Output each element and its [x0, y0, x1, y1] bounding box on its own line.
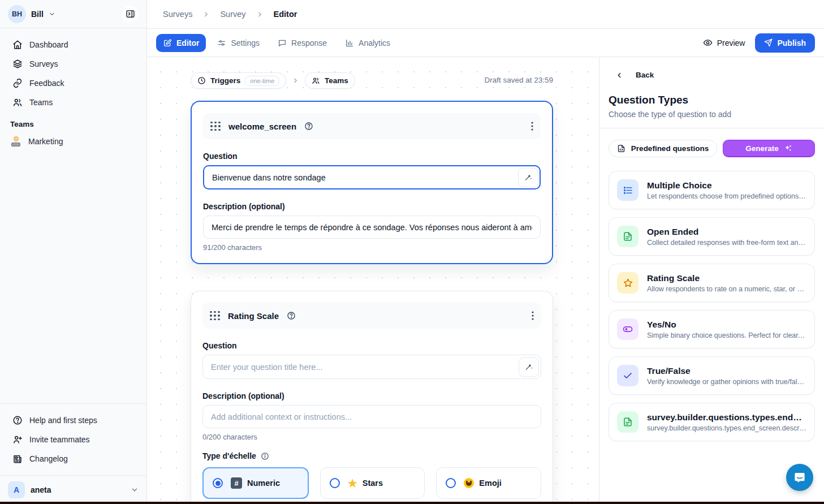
sidebar-item-label: Dashboard: [29, 40, 68, 49]
help-circle-icon: [287, 311, 296, 320]
sidebar-item-label: Invite teammates: [29, 435, 90, 444]
chevron-right-icon: [292, 77, 299, 84]
question-card-header[interactable]: welcome_screen: [203, 113, 541, 139]
user-avatar: A: [8, 481, 25, 498]
type-card-yes-no[interactable]: Yes/No Simple binary choice questions. P…: [609, 310, 815, 348]
breadcrumb-surveys[interactable]: Surveys: [163, 10, 192, 19]
workspace-name: Bill: [31, 10, 44, 19]
type-card-open-ended[interactable]: Open Ended Collect detailed responses wi…: [609, 217, 815, 256]
type-name: Multiple Choice: [647, 180, 806, 191]
star-emoji-icon: ★: [348, 478, 357, 489]
type-card-true-false[interactable]: True/False Verify knowledge or gather op…: [609, 356, 815, 395]
triggers-chip[interactable]: Triggers one-time: [191, 72, 286, 89]
drag-handle-icon[interactable]: [210, 122, 221, 131]
char-count: 91/200 characters: [203, 243, 541, 252]
tab-label: Settings: [231, 38, 260, 48]
panel-subtitle: Choose the type of question to add: [599, 106, 824, 128]
description-label: Description (optional): [203, 202, 541, 211]
chevron-left-icon: [615, 71, 623, 79]
panel-collapse-icon: [126, 9, 135, 19]
publish-button[interactable]: Publish: [755, 33, 815, 53]
panel-title: Question Types: [599, 79, 824, 106]
question-description-input[interactable]: [203, 216, 541, 239]
question-card-title: welcome_screen: [228, 122, 296, 131]
kebab-menu-icon[interactable]: [532, 311, 534, 320]
question-title-input[interactable]: [202, 355, 541, 379]
radio-unselected[interactable]: [446, 478, 456, 488]
question-title-input[interactable]: [203, 165, 541, 189]
kebab-menu-icon[interactable]: [531, 122, 533, 131]
preview-button[interactable]: Preview: [703, 38, 745, 48]
tab-settings[interactable]: Settings: [210, 34, 266, 52]
radio-selected[interactable]: [213, 478, 223, 488]
scale-option-stars[interactable]: ★ Stars: [320, 467, 425, 499]
back-label: Back: [636, 71, 654, 79]
chat-launcher-button[interactable]: [786, 464, 813, 491]
layers-icon: [12, 59, 23, 69]
tab-editor[interactable]: Editor: [156, 34, 206, 52]
question-type-list: Multiple Choice Let respondents choose f…: [599, 163, 824, 449]
magic-wand-button[interactable]: [518, 167, 538, 187]
type-card-rating-scale[interactable]: Rating Scale Allow respondents to rate o…: [609, 264, 815, 302]
sidebar-item-help[interactable]: Help and first steps: [6, 411, 141, 430]
radio-unselected[interactable]: [330, 478, 340, 488]
main-area: Surveys Survey Editor Editor Settings R: [147, 0, 824, 504]
sidebar-item-label: Feedback: [29, 79, 64, 88]
sidebar-item-invite[interactable]: Invite teammates: [6, 430, 141, 449]
question-card-rating-scale[interactable]: Rating Scale Question Description (opti: [191, 291, 553, 504]
team-name: Marketing: [28, 137, 63, 146]
description-label: Description (optional): [202, 391, 541, 400]
type-name: Yes/No: [647, 320, 806, 330]
scale-option-label: Emoji: [479, 479, 501, 488]
generate-button[interactable]: Generate: [723, 140, 815, 157]
question-card-header[interactable]: Rating Scale: [202, 303, 541, 329]
bar-chart-icon: [345, 38, 354, 48]
question-card-welcome-screen[interactable]: welcome_screen Question Description (op: [191, 101, 553, 264]
triggers-chip-label: Triggers: [210, 76, 240, 85]
sidebar-item-teams[interactable]: Teams: [6, 93, 141, 112]
breadcrumb-survey[interactable]: Survey: [220, 10, 245, 19]
survey-canvas: Triggers one-time Teams Draft saved at 2…: [147, 57, 599, 504]
sidebar-item-label: Teams: [29, 98, 53, 107]
scale-type-options: # Numeric ★ Stars: [202, 467, 541, 499]
eye-icon: [703, 38, 713, 48]
scale-option-emoji[interactable]: Emoji: [436, 467, 541, 499]
sidebar-footer: Help and first steps Invite teammates Ch…: [0, 403, 146, 475]
send-icon: [764, 38, 773, 47]
char-count: 0/200 characters: [202, 433, 541, 441]
sparkles-icon: [784, 144, 792, 153]
star-icon: [617, 272, 639, 294]
sidebar-collapse-button[interactable]: [122, 6, 139, 23]
teams-chip-label: Teams: [325, 76, 348, 85]
chevron-down-icon: [131, 486, 139, 494]
publish-label: Publish: [777, 38, 806, 48]
question-description-input[interactable]: [202, 405, 541, 428]
teams-section-label: Teams: [0, 112, 146, 132]
drag-handle-icon[interactable]: [210, 311, 220, 321]
predefined-questions-button[interactable]: Predefined questions: [609, 140, 717, 157]
sidebar-item-label: Surveys: [29, 59, 58, 68]
sidebar-item-team-marketing[interactable]: Marketing: [0, 132, 146, 151]
tab-analytics[interactable]: Analytics: [338, 34, 397, 52]
trigger-type-badge: one-time: [245, 76, 279, 86]
teams-chip[interactable]: Teams: [305, 72, 355, 89]
tab-response[interactable]: Response: [271, 34, 334, 52]
type-name: Open Ended: [647, 227, 806, 237]
viewport-edge: [0, 502, 824, 504]
type-card-end-screen[interactable]: survey.builder.questions.types.end_scr..…: [609, 403, 815, 441]
sidebar-item-dashboard[interactable]: Dashboard: [6, 35, 141, 54]
sidebar-item-feedback[interactable]: Feedback: [6, 74, 141, 93]
user-menu[interactable]: A aneta: [0, 475, 146, 504]
workspace-switcher[interactable]: BH Bill: [0, 0, 146, 28]
sidebar: BH Bill Dashboard Surveys F: [0, 0, 147, 504]
magic-wand-button[interactable]: [519, 357, 539, 377]
sidebar-item-label: Changelog: [29, 454, 68, 463]
scale-option-numeric[interactable]: # Numeric: [202, 467, 309, 499]
sidebar-item-label: Help and first steps: [29, 416, 97, 425]
speech-bubble-icon: [278, 38, 287, 48]
type-card-multiple-choice[interactable]: Multiple Choice Let respondents choose f…: [609, 171, 815, 209]
back-button[interactable]: Back: [599, 57, 824, 79]
breadcrumb-editor: Editor: [274, 10, 297, 19]
sidebar-item-surveys[interactable]: Surveys: [6, 54, 141, 74]
sidebar-item-changelog[interactable]: Changelog: [6, 449, 141, 468]
